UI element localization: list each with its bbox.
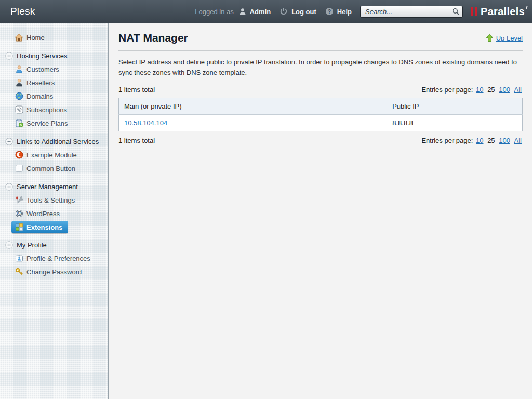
sidebar-item-home[interactable]: Home — [0, 31, 108, 44]
sidebar-nav: Home Hosting Services Customers Reseller… — [0, 23, 109, 399]
logged-in-as-label: Logged in as — [195, 8, 233, 16]
power-icon — [280, 7, 288, 16]
sidebar-item-service-plans[interactable]: $ Service Plans — [0, 116, 108, 130]
up-level-label: Up Level — [496, 34, 523, 42]
sidebar-item-resellers[interactable]: Resellers — [0, 76, 108, 89]
sidebar-item-common-button[interactable]: Common Button — [0, 162, 108, 175]
entries-option-25-current: 25 — [487, 137, 495, 144]
main-content: NAT Manager Up Level Select IP address a… — [109, 23, 532, 399]
table-row: 10.58.104.104 8.8.8.8 — [119, 115, 523, 131]
entries-option-all[interactable]: All — [514, 86, 522, 94]
cell-private-ip: 10.58.104.104 — [119, 115, 388, 131]
logout-link[interactable]: Log out — [291, 8, 316, 16]
column-header-private-ip: Main (or private IP) — [119, 98, 388, 115]
entries-option-100[interactable]: 100 — [499, 137, 510, 144]
sidebar-group-my-profile[interactable]: My Profile — [0, 238, 108, 251]
nat-table: Main (or private IP) Public IP 10.58.104… — [118, 98, 523, 131]
items-total-top: 1 items total — [118, 86, 155, 94]
parallels-logo: Parallels — [471, 6, 525, 18]
wordpress-icon: W — [15, 209, 23, 218]
module-circle-icon — [15, 151, 23, 159]
sidebar-group-hosting-services[interactable]: Hosting Services — [0, 49, 108, 62]
admin-link[interactable]: Admin — [250, 8, 271, 16]
search-input[interactable] — [360, 6, 463, 18]
up-arrow-icon — [486, 34, 494, 42]
page-description: Select IP address and define public to p… — [118, 57, 523, 77]
entries-per-page-top: Entries per page: 10 25 100 All — [421, 86, 523, 94]
entries-option-10[interactable]: 10 — [476, 86, 483, 94]
parallels-wordmark: Parallels — [481, 6, 525, 18]
collapse-minus-icon — [5, 52, 14, 60]
sidebar-item-change-password[interactable]: Change Password — [0, 265, 108, 278]
search-box — [360, 6, 463, 18]
svg-text:W: W — [17, 211, 21, 216]
up-level-link[interactable]: Up Level — [486, 34, 523, 42]
reseller-person-icon — [15, 78, 23, 87]
entries-option-all[interactable]: All — [514, 137, 522, 144]
profile-badge-icon — [15, 254, 23, 262]
sidebar-item-tools-settings[interactable]: Tools & Settings — [0, 193, 108, 207]
user-icon — [239, 8, 246, 16]
entries-per-page-label: Entries per page: — [421, 137, 473, 144]
parallels-bars-icon — [471, 7, 477, 16]
blank-button-icon — [15, 164, 23, 172]
entries-per-page-bottom: Entries per page: 10 25 100 All — [421, 137, 523, 144]
list-controls-top: 1 items total Entries per page: 10 25 10… — [118, 86, 523, 94]
sidebar-group-server-management[interactable]: Server Management — [0, 180, 108, 193]
gear-box-icon — [15, 105, 23, 114]
trademark-tick — [526, 6, 527, 8]
title-row: NAT Manager Up Level — [118, 32, 523, 51]
entries-option-25-current: 25 — [487, 86, 495, 94]
search-icon[interactable] — [452, 8, 460, 17]
home-icon — [15, 33, 23, 42]
svg-text:$: $ — [20, 123, 22, 127]
help-link[interactable]: Help — [337, 8, 352, 16]
cell-public-ip: 8.8.8.8 — [387, 115, 522, 131]
app-logo: Plesk — [10, 6, 35, 17]
clipboard-dollar-icon: $ — [15, 119, 23, 127]
items-total-bottom: 1 items total — [118, 137, 155, 144]
top-bar: Plesk Logged in as Admin Log out ? Help … — [0, 0, 532, 23]
sidebar-group-links-additional-services[interactable]: Links to Additional Services — [0, 135, 108, 148]
collapse-minus-icon — [5, 138, 14, 145]
extensions-blocks-icon — [15, 223, 23, 231]
svg-text:?: ? — [328, 9, 331, 15]
sidebar-item-extensions[interactable]: Extensions — [11, 221, 68, 233]
customer-person-icon — [15, 65, 23, 73]
sidebar-item-example-module[interactable]: Example Module — [0, 148, 108, 162]
page-title: NAT Manager — [118, 32, 188, 44]
list-controls-bottom: 1 items total Entries per page: 10 25 10… — [118, 137, 523, 144]
top-bar-right: Logged in as Admin Log out ? Help Parall… — [195, 6, 525, 18]
tools-icon — [15, 196, 23, 204]
sidebar-item-domains[interactable]: Domains — [0, 89, 108, 103]
collapse-minus-icon — [5, 241, 14, 249]
private-ip-link[interactable]: 10.58.104.104 — [124, 119, 167, 127]
sidebar-item-profile-preferences[interactable]: Profile & Preferences — [0, 251, 108, 265]
key-icon — [15, 268, 23, 276]
entries-option-10[interactable]: 10 — [476, 137, 483, 144]
table-header-row: Main (or private IP) Public IP — [119, 98, 523, 115]
globe-icon — [15, 92, 23, 100]
entries-per-page-label: Entries per page: — [421, 86, 473, 94]
column-header-public-ip: Public IP — [387, 98, 522, 115]
sidebar-item-customers[interactable]: Customers — [0, 62, 108, 76]
sidebar-item-subscriptions[interactable]: Subscriptions — [0, 103, 108, 116]
help-icon: ? — [325, 7, 334, 16]
sidebar-item-wordpress[interactable]: W WordPress — [0, 207, 108, 220]
collapse-minus-icon — [5, 183, 14, 191]
entries-option-100[interactable]: 100 — [499, 86, 510, 94]
